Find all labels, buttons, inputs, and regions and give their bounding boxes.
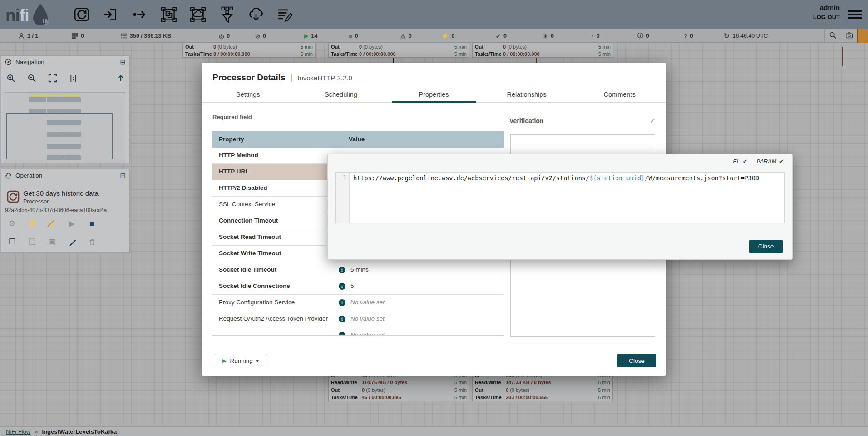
dialog-tabs: SettingsSchedulingPropertiesRelationship…: [202, 86, 666, 103]
stat-window: 5 min: [592, 51, 611, 57]
minimap-label: [29, 94, 80, 95]
nifi-application: Out0 (0 bytes)5 minTasks/Time0 / 00:00:0…: [0, 0, 868, 436]
property-row[interactable]: Proxy Configuration ServiceiNo value set: [212, 295, 504, 311]
start-button[interactable]: ▶: [67, 218, 77, 229]
processor-stats-table: In203 (147.33 KB)5 minRead/Write147.33 K…: [472, 371, 613, 401]
template-icon[interactable]: [246, 5, 266, 25]
remote-process-group-icon[interactable]: [188, 5, 208, 25]
group-button[interactable]: ▣: [47, 237, 57, 247]
tab-relationships[interactable]: Relationships: [480, 86, 573, 102]
minimap-viewport[interactable]: [6, 113, 113, 159]
output-port-icon[interactable]: [130, 5, 150, 25]
zoom-fit-button[interactable]: [48, 73, 58, 83]
check-icon: ✔: [496, 33, 501, 40]
properties-table-header: Property Value: [212, 131, 504, 148]
global-menu-button[interactable]: [848, 8, 862, 20]
processor-stats-table: Out0 (0 bytes)5 minTasks/Time0 / 00:00:0…: [472, 43, 613, 58]
property-name: Request OAuth2 Access Token Provider: [219, 315, 328, 322]
processor-stats-table: In45 (114.75 MB)5 minRead/Write114.75 MB…: [328, 371, 469, 401]
leave-group-button[interactable]: [116, 73, 126, 83]
stat-window: 5 min: [591, 387, 610, 393]
disable-button[interactable]: ⚡: [47, 218, 57, 229]
zoom-in-button[interactable]: [6, 73, 16, 83]
property-name: Proxy Configuration Service: [219, 299, 295, 306]
property-row[interactable]: Socket Idle Connectionsi5: [212, 278, 504, 295]
tab-settings[interactable]: Settings: [202, 86, 295, 102]
stat-value: 0 (0 bytes): [213, 44, 294, 50]
property-info-icon[interactable]: i: [339, 267, 345, 273]
stat-label: Out: [331, 387, 362, 393]
status-locally-modified: ✳0: [543, 29, 554, 43]
property-row[interactable]: Request OAuth2 Access Token ProvideriNo …: [212, 311, 504, 327]
camera-icon: [845, 31, 853, 40]
property-name: HTTP/2 Disabled: [219, 184, 267, 191]
minimap-component: [29, 97, 46, 102]
stat-window: 5 min: [591, 395, 610, 400]
editor-close-button[interactable]: Close: [749, 240, 783, 253]
status-not-transmitting: ⊘0: [255, 29, 266, 43]
breadcrumb-root-link[interactable]: NiFi Flow: [6, 428, 30, 435]
minimap-component: [64, 97, 81, 102]
funnel-icon[interactable]: [217, 5, 237, 25]
dialog-close-button[interactable]: Close: [617, 354, 656, 367]
property-name: Socket Idle Timeout: [219, 266, 276, 273]
logout-link[interactable]: LOG OUT: [813, 14, 840, 20]
clock-icon: ◔: [590, 33, 594, 40]
copy-button[interactable]: ❐: [7, 237, 17, 247]
tab-comments[interactable]: Comments: [573, 86, 666, 102]
status-value: 0: [451, 33, 454, 39]
status-cluster: 1 / 1: [18, 29, 38, 43]
process-group-icon[interactable]: [159, 5, 179, 25]
stat-window: 5 min: [448, 395, 467, 400]
delete-button[interactable]: [87, 237, 97, 247]
orange-indicator-button[interactable]: [857, 29, 868, 43]
tab-properties[interactable]: Properties: [387, 86, 480, 102]
status-value: 0: [81, 33, 84, 39]
property-info-icon[interactable]: i: [339, 283, 345, 290]
stat-row: Out0 (0 bytes)5 min: [183, 43, 315, 50]
stop-button[interactable]: ■: [87, 218, 97, 229]
property-info-icon[interactable]: i: [339, 332, 345, 336]
label-icon[interactable]: [275, 5, 295, 25]
stat-window: 5 min: [294, 44, 313, 50]
color-button[interactable]: [67, 237, 77, 247]
zoom-actual-button[interactable]: |:|: [69, 73, 79, 83]
property-row[interactable]: Socket Idle Timeouti5 mins: [212, 262, 504, 278]
stat-label: Tasks/Time: [331, 395, 362, 400]
value-text[interactable]: https://www.pegelonline.wsv.de/webservic…: [350, 173, 784, 223]
status-up-to-date: ✔0: [496, 29, 507, 43]
search-button[interactable]: [824, 29, 841, 43]
collapse-icon[interactable]: ⊟: [120, 172, 126, 179]
configure-button[interactable]: ⚙: [7, 218, 17, 229]
connection-line: [842, 47, 843, 66]
stat-row: Tasks/Time0 / 00:00:00.0005 min: [183, 50, 315, 57]
processor-icon[interactable]: [72, 5, 92, 25]
birdseye-minimap[interactable]: [4, 92, 125, 163]
paste-button[interactable]: ❏: [27, 237, 37, 247]
zoom-out-button[interactable]: [27, 73, 37, 83]
status-value: 0: [551, 33, 554, 39]
snapshot-button[interactable]: [841, 29, 857, 43]
tab-label: Scheduling: [325, 91, 357, 98]
username: admin: [813, 4, 840, 11]
el-supported-badge: EL✔: [733, 158, 747, 165]
refresh-status[interactable]: ↻ 16:46:40 UTC: [724, 29, 768, 43]
property-row[interactable]: iNo value set: [212, 327, 504, 336]
verification-check-icon[interactable]: ✔: [650, 117, 655, 124]
property-info-icon[interactable]: i: [339, 316, 345, 322]
stat-window: 5 min: [448, 380, 467, 385]
breadcrumb-separator: »: [35, 428, 38, 435]
stat-row: Tasks/Time45 / 00:00:00.8855 min: [329, 394, 469, 401]
stat-row: Out0 (0 bytes)5 min: [329, 43, 469, 50]
run-state-button[interactable]: ▶ Running ▾: [214, 354, 267, 367]
collapse-icon[interactable]: ⊟: [120, 59, 126, 65]
tab-scheduling[interactable]: Scheduling: [295, 86, 388, 102]
input-port-icon[interactable]: [101, 5, 121, 25]
property-info-icon[interactable]: i: [339, 299, 345, 306]
value-code-editor[interactable]: 1 https://www.pegelonline.wsv.de/webserv…: [335, 172, 785, 223]
enable-button[interactable]: ⚡: [27, 218, 37, 229]
stat-window: 5 min: [591, 380, 610, 385]
property-name: HTTP URL: [219, 168, 249, 175]
status-bar: ↻ 16:46:40 UTC 1 / 10350 / 336.13 KB◎0⊘0…: [0, 29, 868, 43]
status-value: 1 / 1: [27, 33, 38, 39]
